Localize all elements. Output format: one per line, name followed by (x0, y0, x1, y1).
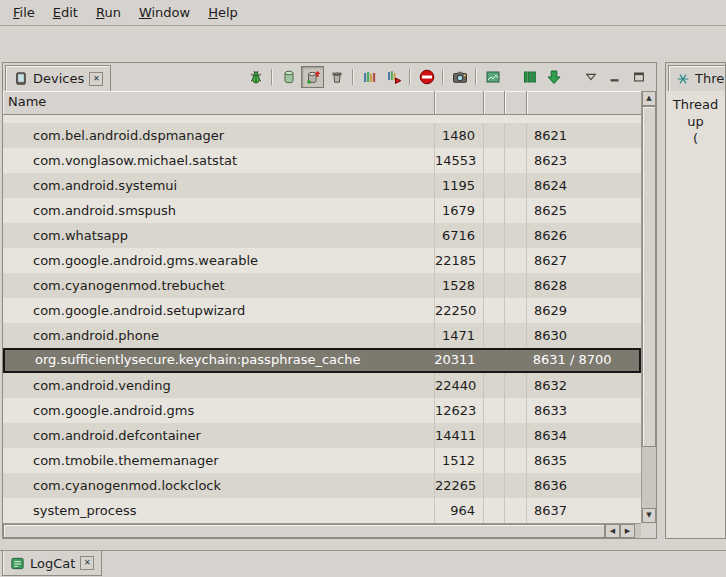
table-row[interactable]: com.google.android.gms.wearable221858627 (3, 248, 641, 273)
table-row[interactable]: com.google.android.setupwizard222508629 (3, 298, 641, 323)
cause-gc-icon[interactable] (325, 66, 348, 88)
frames-icon[interactable] (481, 66, 504, 88)
cell-port: 8628 (527, 273, 641, 298)
cell-pid: 22250 (435, 298, 484, 323)
stop-process-icon[interactable] (415, 66, 438, 88)
vertical-scrollbar-thumb[interactable] (642, 106, 656, 447)
cell-pid: 1679 (435, 198, 484, 223)
logcat-icon (10, 556, 25, 571)
table-row[interactable]: com.cyanogenmod.trebuchet15288628 (3, 273, 641, 298)
threads-icon (676, 72, 690, 86)
update-heap-icon[interactable] (277, 66, 300, 88)
close-icon[interactable]: ✕ (80, 556, 94, 570)
scroll-down-icon[interactable]: ▼ (642, 508, 656, 523)
columns-icon[interactable] (518, 66, 541, 88)
cell-e2 (505, 473, 527, 498)
cell-pid: 964 (435, 498, 484, 523)
table-row[interactable]: org.sufficientlysecure.keychain:passphra… (3, 348, 641, 373)
cell-e2 (505, 298, 527, 323)
table-row[interactable]: com.whatsapp67168626 (3, 223, 641, 248)
menu-help[interactable]: Help (199, 2, 247, 23)
cell-port: 8637 (527, 498, 641, 523)
cell-pid: 1512 (435, 448, 484, 473)
horizontal-scrollbar[interactable]: ◀ ▶ (3, 523, 641, 538)
cell-pid: 14553 (435, 148, 484, 173)
table-row[interactable]: system_process9648637 (3, 498, 641, 523)
cell-e1 (484, 298, 505, 323)
table-row[interactable]: com.bel.android.dspmanager14808621 (3, 123, 641, 148)
cell-e2 (505, 323, 527, 348)
cell-e2 (505, 273, 527, 298)
screen-capture-icon[interactable] (448, 66, 471, 88)
cell-e2 (505, 448, 527, 473)
table-row[interactable]: com.android.vending224408632 (3, 373, 641, 398)
devices-table: Name com.bel.android.dspmanager14808621c… (3, 91, 656, 538)
cell-e1 (484, 448, 505, 473)
cell-name: com.vonglasow.michael.satstat (3, 148, 435, 173)
cell-port: 8627 (527, 248, 641, 273)
cell-e1 (484, 498, 505, 523)
cell-e2 (505, 373, 527, 398)
method-profiling-icon[interactable] (382, 66, 405, 88)
column-header-port[interactable] (527, 91, 641, 114)
tab-logcat[interactable]: LogCat ✕ (2, 551, 102, 576)
cell-e2 (505, 123, 527, 148)
table-row[interactable]: com.vonglasow.michael.satstat145538623 (3, 148, 641, 173)
cell-port: 8634 (527, 423, 641, 448)
cell-name: com.android.smspush (3, 198, 435, 223)
menu-run[interactable]: Run (87, 2, 130, 23)
column-header-1[interactable] (484, 91, 505, 114)
cell-name: com.google.android.gms.wearable (3, 248, 435, 273)
menu-file[interactable]: File (4, 2, 44, 23)
minimize-icon[interactable] (603, 66, 626, 88)
tab-threads[interactable]: Threads (668, 65, 726, 91)
column-header-2[interactable] (505, 91, 527, 114)
threads-message-line2: ( (666, 130, 725, 147)
horizontal-scrollbar-thumb[interactable] (3, 524, 605, 538)
cell-name: system_process (3, 498, 435, 523)
cell-e2 (505, 173, 527, 198)
cell-port: 8632 (527, 373, 641, 398)
cell-e2 (505, 498, 527, 523)
cell-name: com.google.android.setupwizard (3, 298, 435, 323)
cell-port: 8626 (527, 223, 641, 248)
heap-dump-arrow-icon[interactable] (542, 66, 565, 88)
menu-window[interactable]: Window (130, 2, 199, 23)
table-row[interactable]: com.android.phone14718630 (3, 323, 641, 348)
cell-e1 (484, 323, 505, 348)
view-menu-icon[interactable] (579, 66, 602, 88)
cell-e1 (484, 173, 505, 198)
close-icon[interactable]: ✕ (89, 72, 103, 86)
cell-pid: 20311 (434, 350, 483, 371)
tab-logcat-label: LogCat (30, 556, 75, 571)
scroll-left-icon[interactable]: ◀ (605, 524, 620, 538)
table-row[interactable]: com.google.android.gms126238633 (3, 398, 641, 423)
dump-hprof-icon[interactable] (301, 66, 324, 88)
cell-pid: 22440 (435, 373, 484, 398)
menu-edit[interactable]: Edit (44, 2, 87, 23)
column-header-pid[interactable] (435, 91, 484, 114)
cell-pid: 22265 (435, 473, 484, 498)
table-row[interactable]: com.android.systemui11958624 (3, 173, 641, 198)
vertical-scrollbar[interactable]: ▲ ▼ (641, 91, 656, 523)
column-header-name[interactable]: Name (3, 91, 435, 114)
cell-e1 (484, 373, 505, 398)
scroll-up-icon[interactable]: ▲ (642, 91, 656, 106)
maximize-icon[interactable] (627, 66, 650, 88)
tab-devices[interactable]: Devices ✕ (5, 65, 111, 91)
threads-message: Thread up ( (666, 91, 725, 538)
table-row[interactable]: com.android.defcontainer144118634 (3, 423, 641, 448)
table-row[interactable]: com.tmobile.thememanager15128635 (3, 448, 641, 473)
cell-e2 (505, 248, 527, 273)
cell-port: 8625 (527, 198, 641, 223)
tab-threads-label: Threads (695, 71, 726, 86)
device-icon (13, 71, 28, 86)
table-row[interactable]: com.android.smspush16798625 (3, 198, 641, 223)
cell-port: 8636 (527, 473, 641, 498)
update-threads-icon[interactable] (358, 66, 381, 88)
cell-e1 (484, 248, 505, 273)
debug-icon[interactable] (244, 66, 267, 88)
cell-e2 (505, 223, 527, 248)
table-row[interactable]: com.cyanogenmod.lockclock222658636 (3, 473, 641, 498)
scroll-right-icon[interactable]: ▶ (620, 524, 635, 538)
